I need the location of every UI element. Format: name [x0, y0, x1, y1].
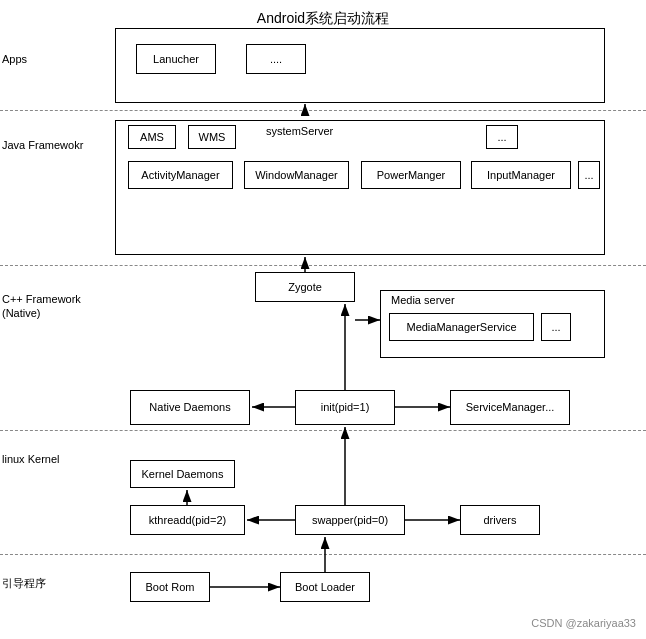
- divider-4: [0, 554, 646, 555]
- activity-manager-box: ActivityManager: [128, 161, 233, 189]
- apps-container: Lanucher ....: [115, 28, 605, 103]
- java-dots2-box: ...: [486, 125, 518, 149]
- ams-box: AMS: [128, 125, 176, 149]
- wms-box: WMS: [188, 125, 236, 149]
- window-manager-box: WindowManager: [244, 161, 349, 189]
- layer-java: Java Framewokr: [2, 138, 83, 152]
- system-server-label: systemServer: [266, 125, 333, 137]
- divider-2: [0, 265, 646, 266]
- boot-rom-box: Boot Rom: [130, 572, 210, 602]
- apps-dots-box: ....: [246, 44, 306, 74]
- layer-boot: 引导程序: [2, 576, 46, 590]
- input-manager-box: InputManager: [471, 161, 571, 189]
- media-server-container: Media server MediaManagerService ...: [380, 290, 605, 358]
- media-server-label: Media server: [391, 294, 455, 306]
- watermark: CSDN @zakariyaa33: [531, 617, 636, 629]
- drivers-box: drivers: [460, 505, 540, 535]
- media-manager-service-box: MediaManagerService: [389, 313, 534, 341]
- power-manager-box: PowerManger: [361, 161, 461, 189]
- layer-apps: Apps: [2, 52, 27, 66]
- java-dots-box: ...: [578, 161, 600, 189]
- divider-3: [0, 430, 646, 431]
- zygote-box: Zygote: [255, 272, 355, 302]
- diagram-container: Android系统启动流程 Apps Java Framewokr C++ Fr…: [0, 0, 646, 639]
- launcher-box: Lanucher: [136, 44, 216, 74]
- kernel-daemons-box: Kernel Daemons: [130, 460, 235, 488]
- swapper-box: swapper(pid=0): [295, 505, 405, 535]
- native-daemons-box: Native Daemons: [130, 390, 250, 425]
- service-manager-box: ServiceManager...: [450, 390, 570, 425]
- layer-cpp: C++ Framework (Native): [2, 292, 81, 321]
- boot-loader-box: Boot Loader: [280, 572, 370, 602]
- media-dots-box: ...: [541, 313, 571, 341]
- divider-1: [0, 110, 646, 111]
- kthreadd-box: kthreadd(pid=2): [130, 505, 245, 535]
- system-server-container: systemServer AMS WMS ... ActivityManager…: [115, 120, 605, 255]
- layer-linux: linux Kernel: [2, 452, 59, 466]
- init-box: init(pid=1): [295, 390, 395, 425]
